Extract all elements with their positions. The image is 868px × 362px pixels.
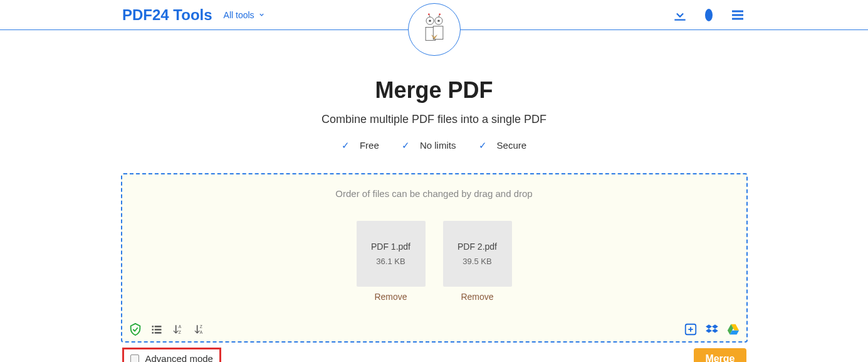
svg-point-8 (428, 13, 430, 15)
feature-free: ✓Free (337, 140, 384, 151)
feature-no-limits: ✓No limits (397, 140, 461, 151)
file-size: 39.5 KB (463, 257, 491, 266)
list-view-button[interactable] (150, 322, 164, 336)
download-icon (672, 7, 688, 23)
dropbox-button[interactable] (705, 322, 719, 336)
list-icon (150, 323, 163, 336)
remove-file-link[interactable]: Remove (374, 292, 407, 302)
dropbox-icon (705, 322, 719, 336)
svg-point-5 (437, 19, 439, 21)
sort-az-icon: AZ (172, 323, 184, 336)
files-row: PDF 1.pdf 36.1 KB Remove PDF 2.pdf 39.5 … (122, 221, 746, 302)
advanced-mode-checkbox[interactable] (130, 354, 139, 363)
check-icon: ✓ (342, 140, 350, 151)
menu-button[interactable] (729, 7, 746, 23)
svg-text:A: A (178, 324, 181, 329)
header-left: PDF24 Tools All tools (122, 6, 265, 24)
drop-area[interactable]: Order of files can be changed by drag an… (121, 173, 748, 343)
all-tools-dropdown[interactable]: All tools (224, 10, 265, 20)
svg-text:Z: Z (178, 330, 180, 334)
bottom-row: Advanced mode Merge (121, 348, 748, 362)
chevron-down-icon (258, 11, 265, 18)
google-drive-icon (726, 322, 740, 336)
add-file-icon (684, 322, 698, 336)
remove-file-link[interactable]: Remove (461, 292, 493, 302)
advanced-mode-label: Advanced mode (145, 353, 213, 362)
add-file-button[interactable] (684, 322, 698, 336)
check-icon: ✓ (402, 140, 410, 151)
user-icon (704, 8, 714, 23)
security-button[interactable] (128, 322, 142, 336)
svg-rect-18 (152, 332, 154, 334)
features-row: ✓Free ✓No limits ✓Secure (121, 140, 748, 151)
sort-asc-button[interactable]: AZ (171, 322, 185, 336)
file-item[interactable]: PDF 2.pdf 39.5 KB Remove (443, 221, 512, 302)
file-item[interactable]: PDF 1.pdf 36.1 KB Remove (357, 221, 426, 302)
page-subtitle: Combine multiple PDF files into a single… (121, 113, 748, 126)
file-card[interactable]: PDF 2.pdf 39.5 KB (443, 221, 512, 287)
brand-logo[interactable]: PDF24 Tools (122, 6, 212, 24)
advanced-mode-highlight: Advanced mode (122, 348, 221, 362)
sort-desc-button[interactable]: ZA (192, 322, 206, 336)
svg-point-4 (429, 19, 431, 21)
all-tools-label: All tools (224, 10, 254, 20)
svg-point-10 (705, 9, 713, 21)
svg-rect-16 (152, 329, 154, 331)
toolbar-right (684, 322, 740, 336)
file-name: PDF 1.pdf (371, 242, 410, 252)
feature-secure: ✓Secure (474, 140, 532, 151)
merge-button[interactable]: Merge (694, 348, 746, 363)
drop-hint: Order of files can be changed by drag an… (122, 188, 746, 199)
mascot-icon (418, 13, 451, 46)
svg-text:A: A (199, 330, 202, 334)
header-right (672, 7, 746, 23)
header: PDF24 Tools All tools (0, 0, 868, 30)
sort-za-icon: ZA (193, 323, 206, 336)
file-name: PDF 2.pdf (458, 242, 497, 252)
mascot-logo[interactable] (408, 3, 461, 56)
page-title: Merge PDF (121, 77, 748, 104)
svg-rect-15 (154, 326, 161, 327)
google-drive-button[interactable] (726, 322, 740, 336)
svg-rect-19 (154, 332, 161, 334)
svg-rect-14 (152, 326, 154, 327)
user-button[interactable] (701, 7, 717, 23)
main-content: Merge PDF Combine multiple PDF files int… (121, 77, 748, 362)
hamburger-icon (730, 8, 745, 23)
drop-toolbar: AZ ZA (122, 322, 746, 336)
svg-rect-17 (154, 329, 161, 331)
svg-text:Z: Z (199, 324, 202, 329)
svg-point-9 (439, 13, 441, 15)
shield-check-icon (128, 322, 142, 336)
toolbar-left: AZ ZA (128, 322, 206, 336)
file-size: 36.1 KB (376, 257, 405, 266)
download-button[interactable] (672, 7, 688, 23)
file-card[interactable]: PDF 1.pdf 36.1 KB (357, 221, 426, 287)
check-icon: ✓ (479, 140, 487, 151)
